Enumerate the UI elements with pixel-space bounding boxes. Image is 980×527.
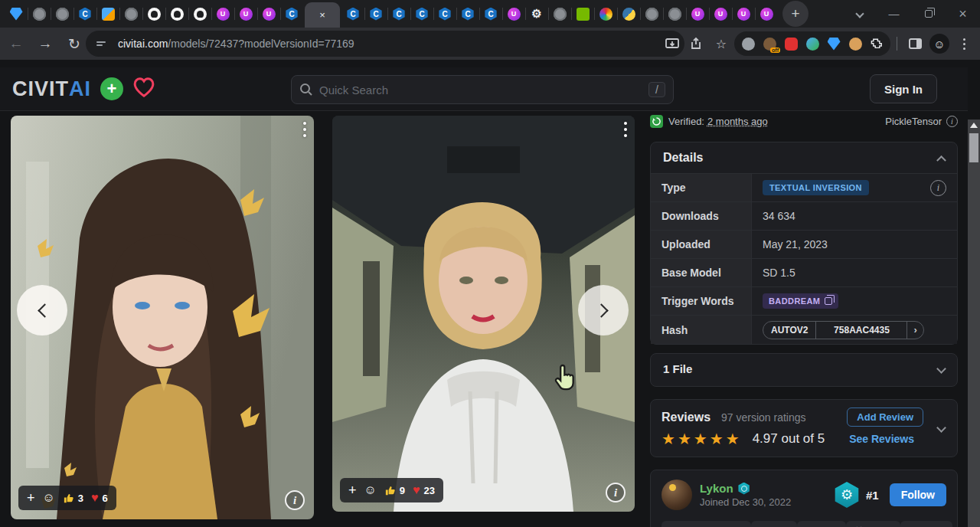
pinned-tab-gem[interactable] <box>5 1 28 27</box>
follow-button[interactable]: Follow <box>890 483 946 506</box>
copy-icon[interactable] <box>825 297 832 305</box>
back-icon[interactable]: ← <box>3 31 29 57</box>
pinned-tab-store[interactable] <box>96 1 119 27</box>
type-info-icon[interactable]: i <box>930 180 946 196</box>
pinned-tab-civitai[interactable]: C <box>364 1 387 27</box>
bookmark-star-icon[interactable]: ☆ <box>710 32 733 55</box>
extension-red-icon[interactable] <box>780 33 802 54</box>
minimize-button[interactable]: — <box>877 0 911 28</box>
pinned-tab-gear[interactable] <box>525 1 548 27</box>
extensions-puzzle-icon[interactable] <box>866 33 887 54</box>
image-info-icon[interactable]: i <box>285 490 305 510</box>
image-menu-icon[interactable] <box>624 122 627 137</box>
profile-avatar[interactable] <box>928 32 951 55</box>
thumbs-up-reaction[interactable]: 3 <box>63 493 83 504</box>
side-panel-icon[interactable] <box>903 32 926 55</box>
site-info-icon[interactable] <box>96 37 110 51</box>
pinned-tab-civitai[interactable]: C <box>387 1 410 27</box>
pinned-tab-python[interactable] <box>617 1 640 27</box>
pinned-tab-civitai[interactable]: C <box>433 1 456 27</box>
emoji-icon[interactable]: ☺ <box>364 484 377 496</box>
thumbs-up-reaction[interactable]: 9 <box>384 485 405 496</box>
pinned-tab-globe[interactable] <box>119 1 142 27</box>
url-text[interactable]: civitai.com/models/72437?modelVersionId=… <box>118 38 354 50</box>
files-panel[interactable]: 1 File <box>650 353 958 387</box>
forward-icon[interactable]: → <box>32 31 58 57</box>
pinned-tab-civitai[interactable]: C <box>280 1 303 27</box>
add-reaction-icon[interactable]: + <box>348 483 357 497</box>
pinned-tab-ultra[interactable] <box>755 1 778 27</box>
carousel-prev-button[interactable] <box>17 285 67 336</box>
pinned-tab-ultra[interactable] <box>709 1 732 27</box>
create-plus-icon[interactable]: + <box>100 77 123 100</box>
pinned-tab-nvidia[interactable] <box>571 1 594 27</box>
scrollbar-up-arrow[interactable] <box>970 123 978 128</box>
pinned-tab-civitai[interactable]: C <box>479 1 502 27</box>
creator-name[interactable]: Lykon <box>700 482 733 495</box>
hash-pill[interactable]: AUTOV2 758AAC4435 › <box>763 321 924 339</box>
pinned-tab-globe[interactable] <box>28 1 51 27</box>
url-bar[interactable]: civitai.com/models/72437?modelVersionId=… <box>86 31 684 57</box>
hash-value[interactable]: 758AAC4435 <box>815 322 907 339</box>
hash-expand-icon[interactable]: › <box>907 322 923 339</box>
pinned-tab-ultra[interactable] <box>502 1 525 27</box>
active-tab[interactable]: × <box>305 2 340 28</box>
emoji-icon[interactable]: ☺ <box>43 492 55 504</box>
extension-earth-icon[interactable] <box>802 33 823 54</box>
restore-button[interactable] <box>911 0 946 28</box>
pinned-tab-globe[interactable] <box>548 1 571 27</box>
window-menu-chevron-icon[interactable] <box>842 0 877 28</box>
see-reviews-link[interactable]: See Reviews <box>849 433 914 445</box>
heart-reaction[interactable]: ♥ 6 <box>91 492 108 504</box>
heart-reaction[interactable]: ♥ 23 <box>413 484 435 496</box>
ultra-favicon-icon <box>508 8 521 21</box>
add-reaction-icon[interactable]: + <box>27 491 35 505</box>
pinned-tab-github[interactable] <box>188 1 211 27</box>
share-icon[interactable] <box>685 32 708 55</box>
python-favicon-icon <box>622 8 635 21</box>
civitai-logo[interactable]: CIVITAI <box>12 77 91 101</box>
pinned-tab-ultra[interactable] <box>257 1 280 27</box>
pinned-tab-ultra[interactable] <box>686 1 709 27</box>
creator-avatar[interactable] <box>662 480 692 510</box>
pinned-tab-globe[interactable] <box>663 1 686 27</box>
pinned-tab-civitai[interactable]: C <box>410 1 433 27</box>
image-info-icon[interactable]: i <box>606 483 626 502</box>
reload-icon[interactable]: ↻ <box>61 31 87 57</box>
new-tab-button[interactable]: + <box>782 1 808 27</box>
creator-likes-stat: ♡ 237K <box>846 521 900 527</box>
extension-cookie-icon[interactable] <box>844 33 866 54</box>
civitai-favicon-icon: C <box>347 8 360 21</box>
extension-gem-icon[interactable] <box>823 33 844 54</box>
browser-menu-icon[interactable] <box>952 32 975 55</box>
trigger-word-badge[interactable]: BADDREAM <box>763 293 838 309</box>
pinned-tab-ultra[interactable] <box>732 1 755 27</box>
pinned-tab-globe[interactable] <box>640 1 663 27</box>
page-scrollbar[interactable] <box>968 119 980 527</box>
tab-close-icon[interactable]: × <box>319 9 325 21</box>
pinned-tab-globe[interactable] <box>51 1 74 27</box>
pinned-tab-civitai[interactable]: C <box>74 1 96 27</box>
pinned-tab-ultra[interactable] <box>234 1 257 27</box>
search-input[interactable]: Quick Search / <box>291 75 674 104</box>
pinned-tab-ultra[interactable] <box>211 1 234 27</box>
install-icon[interactable] <box>661 32 684 55</box>
pinned-tab-civitai[interactable]: C <box>341 1 364 27</box>
creator-uploads-stat: 198 <box>751 521 798 527</box>
format-info-icon[interactable]: i <box>946 116 958 127</box>
image-menu-icon[interactable] <box>303 122 306 137</box>
carousel-next-button[interactable] <box>578 285 629 336</box>
extension-off-icon[interactable]: off <box>759 33 780 54</box>
scrollbar-thumb[interactable] <box>969 133 978 162</box>
extension-globe-icon[interactable] <box>737 33 759 54</box>
pinned-tab-wheel[interactable] <box>594 1 617 27</box>
pinned-tab-civitai[interactable]: C <box>456 1 479 27</box>
type-badge[interactable]: TEXTUAL INVERSION <box>763 180 869 195</box>
add-review-button[interactable]: Add Review <box>847 408 923 427</box>
support-heart-icon[interactable] <box>132 77 155 101</box>
pinned-tab-github[interactable] <box>165 1 188 27</box>
details-header[interactable]: Details <box>651 142 957 173</box>
close-button[interactable]: × <box>946 0 980 28</box>
pinned-tab-github[interactable] <box>142 1 165 27</box>
verified-time-link[interactable]: 2 months ago <box>707 116 768 127</box>
